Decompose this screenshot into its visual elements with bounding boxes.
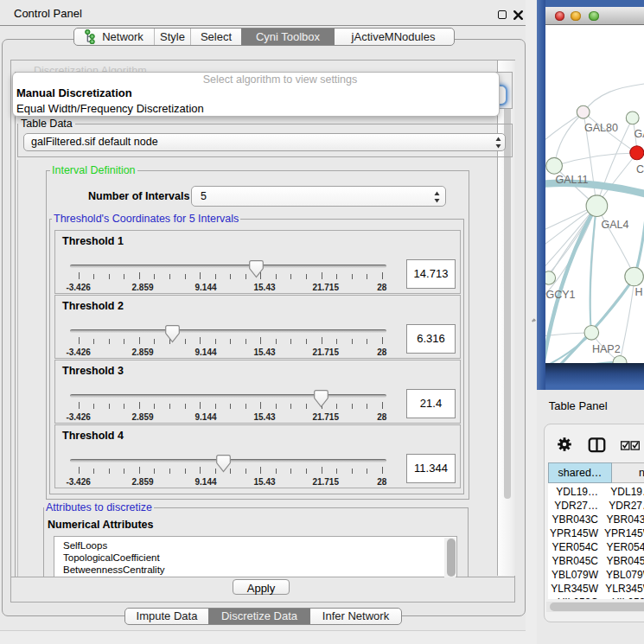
svg-text:GAL11: GAL11 [556,174,589,186]
svg-text:GCY1: GCY1 [546,289,576,301]
svg-text:GAL4: GAL4 [602,219,629,231]
svg-text:GAL1: GAL1 [634,128,644,140]
svg-text:GAL80: GAL80 [584,122,618,134]
svg-text:H: H [635,286,643,298]
svg-text:HAP2: HAP2 [592,343,621,355]
svg-text:C: C [636,163,644,175]
